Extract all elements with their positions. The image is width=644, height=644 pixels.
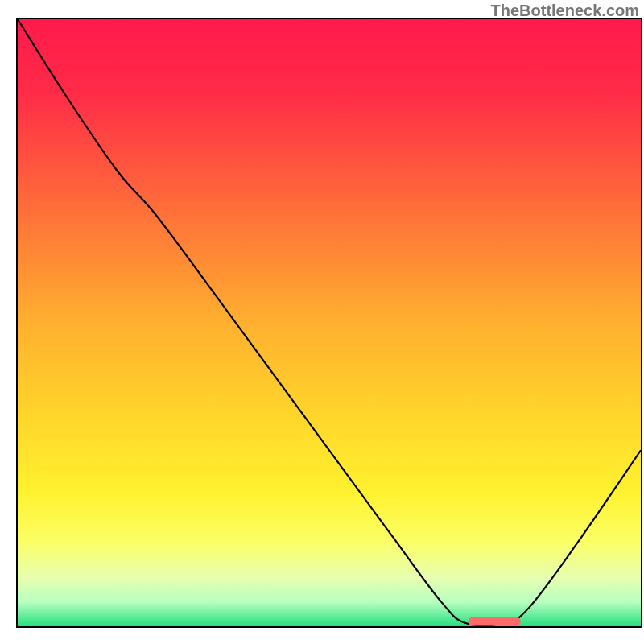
gradient-bg [18, 19, 641, 626]
plot-area [18, 19, 641, 626]
chart-frame: TheBottleneck.com [0, 0, 644, 644]
